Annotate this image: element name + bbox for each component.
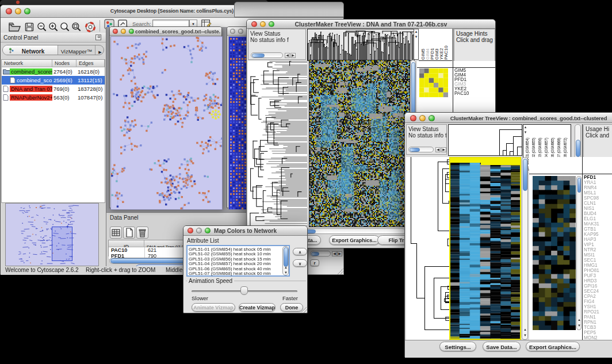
tv2-heat-down-arrow[interactable]: ▼	[523, 334, 527, 339]
tv1-hscrollbar[interactable]	[290, 228, 406, 234]
tv1-row-label[interactable]: PAC10	[454, 91, 469, 96]
tv2-gene-label[interactable]: KAP95	[584, 232, 612, 237]
tv2-heat-up-arrow[interactable]: ▲	[523, 328, 527, 333]
attribute-list-scrollbar[interactable]: ▲ ▼	[282, 246, 289, 275]
tv2-gene-label[interactable]: MSI1	[584, 252, 612, 258]
done-button[interactable]: Done	[280, 303, 303, 312]
tv2-button-export-graphics-[interactable]: Export Graphics...	[526, 342, 580, 351]
open-file-icon[interactable]	[7, 20, 21, 34]
tv2-gene-label[interactable]: NTR2	[584, 247, 612, 252]
tv2-button-settings-[interactable]: Settings...	[439, 342, 476, 351]
tv2-gene-label[interactable]: BUD4	[584, 211, 612, 216]
tv2-gene-label[interactable]: YSH1	[584, 304, 612, 309]
tv1-status-left-arrow[interactable]: ◀	[285, 53, 290, 58]
tv2-summary-heatmap[interactable]	[533, 176, 576, 330]
tv2-collabel-up-arrow[interactable]: ▲	[523, 125, 527, 130]
network-tree-row[interactable]: RNAPuberNov2+|563(0)107847(0)	[2, 93, 105, 102]
tv2-heatmap-vscrollbar[interactable]: ▲ ▼	[522, 157, 528, 340]
tv2-gene-label[interactable]: PFD1	[584, 175, 612, 180]
tab-network[interactable]: Network	[3, 45, 58, 55]
tv1-heatmap[interactable]	[309, 60, 410, 227]
new-attribute-button[interactable]	[123, 227, 135, 239]
tv2-summary-scrollbar[interactable]: ▲ ▼	[576, 176, 582, 330]
help-lifesaver-icon[interactable]	[85, 21, 96, 33]
fragment-resize-grip[interactable]	[338, 269, 343, 274]
tv2-collabel-down-arrow[interactable]: ▼	[523, 131, 527, 135]
tv2-row-dendrogram[interactable]	[406, 157, 449, 340]
animate-vizmap-button[interactable]: Animate Vizmap	[192, 303, 235, 312]
tv2-gene-label[interactable]: NIS1	[584, 206, 612, 211]
tv1-status-right-arrow[interactable]: ▶	[290, 53, 296, 58]
network-tree-row[interactable]: DNA and Tran 07769(0)183728(0)	[2, 85, 105, 93]
tv2-gene-label[interactable]: GPI16	[584, 283, 612, 289]
tv2-gene-label[interactable]: CPA2	[584, 294, 612, 299]
fragment-right-arrow[interactable]: ▶	[337, 251, 342, 256]
treeview-combined-titlebar[interactable]: ClusterMaker TreeView : combined_scores_…	[405, 113, 612, 123]
zoom-out-icon[interactable]	[36, 21, 48, 33]
tv2-gene-label[interactable]: HAP3	[584, 237, 612, 242]
float-panel-icon[interactable]	[95, 35, 101, 40]
create-vizmap-button[interactable]: Create Vizmap	[239, 303, 276, 312]
tv1-strip-down-arrow[interactable]: ▼	[414, 35, 418, 40]
tv2-gene-label[interactable]: PEP5	[584, 330, 612, 335]
fragment-scroll-thumb[interactable]	[311, 252, 319, 256]
tv1-status-scrollbar[interactable]	[251, 52, 283, 58]
attr-col-header-id[interactable]: ID	[109, 240, 144, 247]
tv2-button-save-data-[interactable]: Save Data...	[483, 342, 521, 351]
tv1-column-dendrogram[interactable]	[307, 29, 415, 61]
tv2-gene-label[interactable]: RPN1	[584, 320, 612, 325]
tv2-status-left-arrow[interactable]: ◀	[435, 147, 441, 152]
background-close-icon[interactable]	[16, 1, 20, 4]
tab-vizmapper[interactable]: VizMapper™	[59, 45, 94, 55]
tv1-button-export-graphics-[interactable]: Export Graphics...	[329, 235, 380, 245]
network-col-header[interactable]: Network	[2, 60, 52, 67]
list-up-arrow[interactable]: ▲	[284, 266, 288, 270]
tv2-gene-label[interactable]: MAK31	[584, 221, 612, 227]
tv2-gene-label[interactable]: HMG1	[584, 263, 612, 268]
tv2-gene-label[interactable]: ELG1	[584, 216, 612, 221]
tv2-gene-label[interactable]: PAN1	[584, 315, 612, 320]
zoom-in-icon[interactable]	[48, 21, 59, 33]
tv2-gene-label[interactable]: TCB3	[584, 325, 612, 330]
tv2-gene-label[interactable]: PUF3	[584, 273, 612, 278]
tv2-mini-down-arrow[interactable]: ▼	[577, 324, 582, 329]
tab-overflow-button[interactable]: ▶	[95, 45, 104, 55]
attribute-list-scroll-thumb[interactable]	[284, 247, 288, 267]
tv2-gene-label[interactable]: RPO21	[584, 309, 612, 315]
overview-viewport-rect[interactable]	[52, 227, 72, 261]
tv1-strip-up-arrow[interactable]: ▲	[414, 30, 418, 35]
fragment-button[interactable]: r	[310, 259, 319, 266]
tv2-minimize-button[interactable]	[419, 115, 426, 121]
tv2-heatmap-vscroll-thumb[interactable]	[523, 159, 527, 191]
list-down-arrow[interactable]: ▼	[284, 271, 288, 275]
network-col-header[interactable]: Nodes	[52, 60, 76, 67]
network-zoom-button[interactable]	[129, 29, 134, 34]
network-canvas[interactable]	[110, 36, 223, 210]
tv2-gene-label[interactable]: SPC98	[584, 196, 612, 201]
fragment-scrollbar[interactable]	[310, 251, 331, 256]
tv1-status-scroll-thumb[interactable]	[252, 53, 265, 58]
tv2-close-button[interactable]	[410, 115, 416, 121]
zoom-selected-icon[interactable]	[59, 21, 71, 33]
tv1-row-dendrogram[interactable]	[248, 61, 307, 226]
tv2-zoom-button[interactable]	[429, 115, 435, 121]
tv2-heatmap[interactable]	[449, 157, 521, 340]
select-attributes-button[interactable]	[110, 227, 122, 239]
network-tree-row[interactable]: combined_sco2569(6)13112(15)	[2, 76, 105, 85]
network-2-minimize-button[interactable]	[238, 29, 243, 34]
tv2-gene-label[interactable]: FIG4	[584, 299, 612, 304]
tv2-status-right-arrow[interactable]: ▶	[441, 147, 446, 152]
tv2-gene-label[interactable]: SEC1	[584, 258, 612, 263]
map-dialog-titlebar[interactable]: Map Colors to Network	[183, 226, 307, 236]
tv2-gene-label[interactable]: RNR4	[584, 185, 612, 190]
tv2-gene-label[interactable]: CLN1	[584, 201, 612, 206]
zoom-fit-icon[interactable]	[71, 21, 82, 33]
tv2-gene-label[interactable]: YRA1	[584, 180, 612, 185]
network-minimize-button[interactable]	[121, 29, 126, 34]
network-close-button[interactable]	[113, 29, 118, 34]
delete-attribute-button[interactable]	[136, 227, 148, 239]
tv2-mini-up-arrow[interactable]: ▲	[577, 318, 582, 323]
network-tree-row[interactable]: combined_scores2764(0)16218(0)	[2, 67, 105, 76]
treeview-dna-titlebar[interactable]: ClusterMaker TreeView : DNA and Tran 07-…	[247, 20, 495, 29]
tv2-gene-label[interactable]: HRD3	[584, 278, 612, 283]
